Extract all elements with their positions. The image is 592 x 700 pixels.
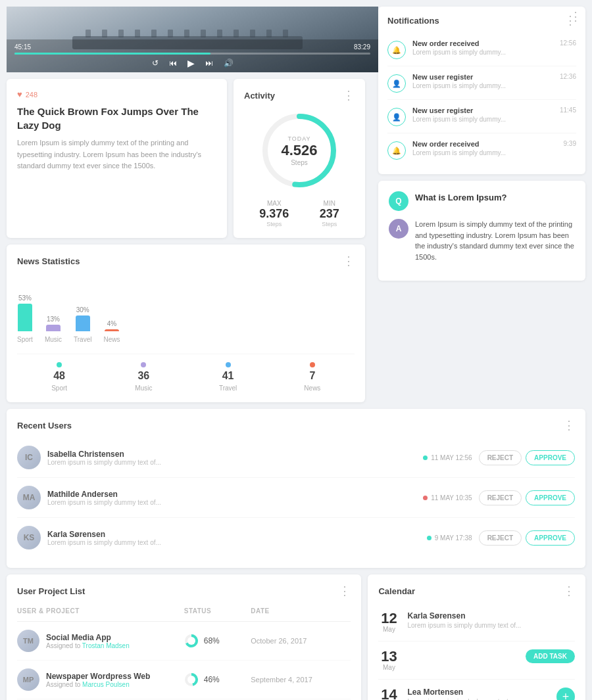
add-task-button[interactable]: ADD TASK	[526, 649, 575, 663]
notif-title-3: New order received	[412, 140, 557, 148]
reject-button-0[interactable]: REJECT	[479, 450, 522, 465]
rewind-button[interactable]: ⏮	[169, 58, 177, 68]
project-assigned-1: Assigned to Marcus Poulsen	[46, 681, 150, 688]
cal-date-0: 12 May	[378, 611, 399, 633]
notif-title-1: New user register	[412, 73, 553, 81]
chat-question-text: What is Lorem Ipsum?	[415, 191, 575, 211]
pie-icon-1	[184, 672, 199, 687]
user-name-0: Isabella Christensen	[47, 450, 416, 459]
notification-item-2: 👤 New user register Lorem ipsum is simpl…	[387, 100, 576, 133]
chat-question-msg: Q What is Lorem Ipsum?	[389, 191, 575, 211]
chat-card: Q What is Lorem Ipsum? A Lorem Ipsum is …	[378, 181, 585, 281]
activity-menu[interactable]: ⋮	[343, 89, 355, 101]
assignee-link-0[interactable]: Trostan Madsen	[82, 642, 130, 649]
approve-button-2[interactable]: APPROVE	[526, 530, 575, 546]
notification-item-3: 🔔 New order received Lorem ipsum is simp…	[387, 133, 576, 166]
project-rows: TM Social Media App Assigned to Trostan …	[17, 622, 351, 700]
calendar-title: Calendar	[378, 586, 415, 596]
fast-forward-button[interactable]: ⏭	[205, 58, 213, 68]
cal-action-1: ADD TASK	[526, 649, 575, 663]
news-stats-menu[interactable]: ⋮	[343, 255, 355, 267]
news-stats-header: News Statistics ⋮	[17, 255, 355, 267]
bar-chart: 53% Sport 13% Music 30% Travel 4% News	[17, 273, 355, 346]
stat-dot-sport: 48 Sport	[17, 362, 101, 392]
bar-group-music: 13% Music	[45, 315, 62, 343]
dot-music	[141, 362, 146, 367]
video-progress-bar[interactable]	[14, 53, 370, 55]
assignee-link-1[interactable]: Marcus Poulsen	[82, 681, 130, 688]
calendar-entry-0: 12 May Karla Sørensen Lorem ipsum is sim…	[378, 603, 575, 642]
cal-info-2: Lea Mortensen Lorem ipsum is simply dumm…	[407, 688, 549, 700]
project-list-menu[interactable]: ⋮	[339, 585, 351, 597]
project-list-title: User Project List	[17, 586, 85, 596]
project-details-0: Social Media App Assigned to Trostan Mad…	[46, 633, 130, 649]
top-section: 45:15 83:29 ↺ ⏮ ▶ ⏭ 🔊	[0, 0, 592, 409]
circle-today-label: TODAY	[281, 135, 317, 142]
dot-news	[310, 362, 315, 367]
cal-day-1: 13	[378, 649, 399, 664]
notifications-list: 🔔 New order received Lorem ipsum is simp…	[387, 33, 576, 166]
svg-rect-4	[135, 30, 140, 37]
project-list-card: User Project List ⋮ USER & PROJECT STATU…	[7, 574, 361, 700]
user-name-1: Mathilde Andersen	[47, 490, 416, 499]
circle-steps-value: 4.526	[281, 142, 317, 159]
max-label: MAX	[259, 200, 289, 207]
blog-text: Lorem Ipsum is simply dummy text of the …	[17, 137, 216, 172]
calendar-menu[interactable]: ⋮	[563, 585, 575, 597]
status-dot-2	[427, 536, 432, 540]
chat-q-avatar: Q	[389, 191, 408, 211]
cal-date-1: 13 May	[378, 649, 399, 671]
notif-time-0: 12:56	[560, 39, 576, 47]
cal-day-0: 12	[378, 611, 399, 626]
reject-button-1[interactable]: REJECT	[479, 490, 522, 505]
cal-month-0: May	[378, 626, 399, 633]
activity-circle-container: TODAY 4.526 Steps	[244, 108, 355, 193]
user-desc-0: Lorem ipsum is simply dummy text of...	[47, 459, 416, 466]
plus-button[interactable]: +	[556, 688, 575, 700]
project-status-cell-1: 46%	[184, 672, 251, 687]
notif-time-3: 9:39	[564, 140, 576, 147]
svg-point-17	[187, 637, 195, 645]
recent-users-title: Recent Users	[17, 421, 72, 431]
left-column: 45:15 83:29 ↺ ⏮ ▶ ⏭ 🔊	[0, 0, 372, 409]
repeat-button[interactable]: ↺	[152, 58, 159, 68]
bar-music	[46, 325, 61, 331]
notif-title-2: New user register	[412, 106, 553, 114]
blog-menu[interactable]: ⋮	[570, 11, 581, 22]
svg-rect-7	[184, 30, 189, 37]
recent-users-menu[interactable]: ⋮	[563, 419, 575, 431]
project-name-0: Social Media App	[46, 633, 130, 642]
video-buttons: ↺ ⏮ ▶ ⏭ 🔊	[14, 58, 370, 68]
notif-icon-2: 👤	[387, 108, 406, 126]
min-value: 237	[320, 207, 339, 221]
status-pct-1: 46%	[204, 675, 220, 684]
news-stats-title: News Statistics	[17, 256, 80, 266]
notif-icon-0: 🔔	[387, 41, 406, 59]
notification-item-0: 🔔 New order received Lorem ipsum is simp…	[387, 33, 576, 66]
video-total-time: 83:29	[354, 43, 370, 51]
user-info-2: Karla Sørensen Lorem ipsum is simply dum…	[47, 530, 420, 546]
volume-button[interactable]: 🔊	[224, 58, 234, 68]
notif-icon-1: 👤	[387, 74, 406, 93]
notifications-title: Notifications	[387, 16, 439, 26]
user-name-2: Karla Sørensen	[47, 530, 420, 539]
notif-text-2: Lorem ipsum is simply dummy...	[412, 116, 553, 123]
status-dot-0	[423, 455, 428, 460]
approve-button-1[interactable]: APPROVE	[526, 490, 575, 505]
calendar-entries: 12 May Karla Sørensen Lorem ipsum is sim…	[378, 603, 575, 700]
user-actions-1: REJECT APPROVE	[479, 490, 575, 505]
project-row-0: TM Social Media App Assigned to Trostan …	[17, 622, 351, 661]
bar-group-travel: 30% Travel	[74, 306, 91, 343]
bar-news	[105, 329, 119, 331]
chat-answer-text: Lorem Ipsum is simply dummy text of the …	[415, 219, 575, 262]
play-button[interactable]: ▶	[187, 58, 195, 68]
max-value: 9.376	[259, 207, 289, 221]
user-row-1: MA Mathilde Andersen Lorem ipsum is simp…	[17, 478, 575, 518]
reject-button-2[interactable]: REJECT	[479, 530, 522, 546]
activity-circle-wrap: TODAY 4.526 Steps	[257, 108, 342, 193]
svg-rect-11	[250, 30, 255, 37]
heart-icon: ♥	[17, 89, 22, 99]
approve-button-0[interactable]: APPROVE	[526, 450, 575, 465]
stat-dot-travel: 41 Travel	[186, 362, 270, 392]
chat-answer-msg: A Lorem Ipsum is simply dummy text of th…	[389, 219, 575, 262]
